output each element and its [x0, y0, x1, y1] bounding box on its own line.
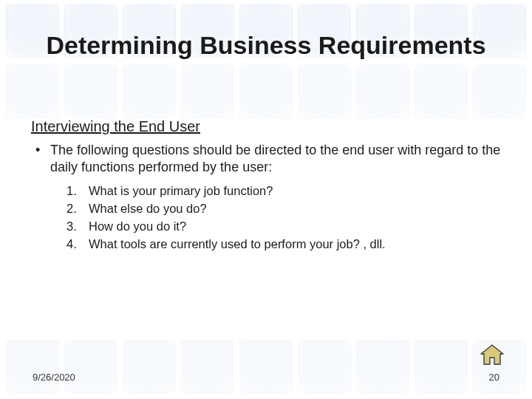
- slide-title: Determining Business Requirements: [0, 31, 532, 60]
- list-text: What tools are currently used to perform…: [89, 236, 386, 252]
- svg-marker-0: [481, 345, 503, 364]
- home-icon: [480, 344, 505, 366]
- slide-body: • The following questions should be dire…: [31, 142, 501, 255]
- bullet-marker: •: [31, 142, 50, 159]
- home-button[interactable]: [479, 343, 505, 366]
- slide-subheading: Interviewing the End User: [31, 118, 501, 135]
- list-text: How do you do it?: [89, 219, 186, 234]
- list-item: 4. What tools are currently used to perf…: [66, 236, 501, 252]
- list-text: What else do you do?: [89, 201, 207, 216]
- list-item: 1. What is your primary job function?: [66, 183, 501, 199]
- bullet-text: The following questions should be direct…: [50, 142, 501, 176]
- footer-date: 9/26/2020: [33, 372, 75, 383]
- list-number: 3.: [66, 219, 89, 234]
- list-number: 2.: [66, 201, 89, 216]
- list-number: 1.: [66, 183, 89, 199]
- list-item: 2. What else do you do?: [66, 201, 501, 216]
- list-item: 3. How do you do it?: [66, 219, 501, 234]
- slide: Determining Business Requirements Interv…: [0, 0, 532, 399]
- numbered-list: 1. What is your primary job function? 2.…: [66, 183, 501, 252]
- list-number: 4.: [66, 236, 89, 252]
- footer-page-number: 20: [489, 372, 499, 383]
- list-text: What is your primary job function?: [89, 183, 273, 199]
- bullet-item: • The following questions should be dire…: [31, 142, 501, 176]
